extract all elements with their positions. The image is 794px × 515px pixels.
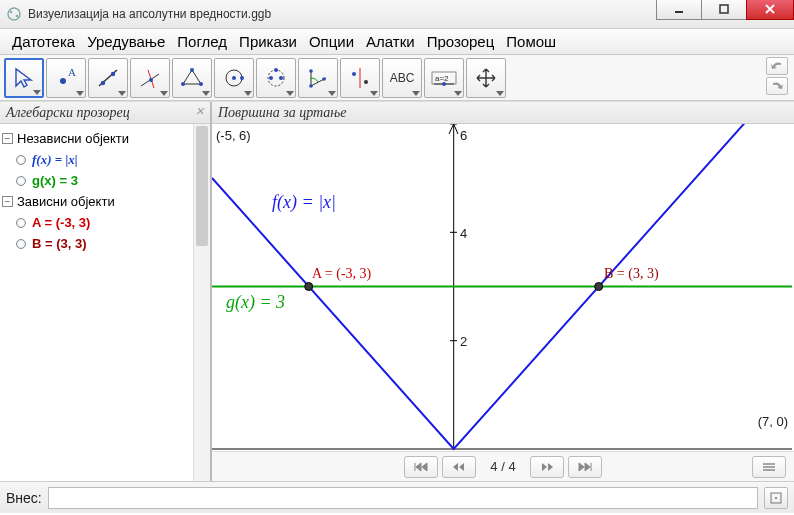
scroll-thumb[interactable] [196, 126, 208, 246]
chevron-down-icon [496, 91, 504, 96]
app-icon [6, 6, 22, 22]
chevron-down-icon [370, 91, 378, 96]
svg-point-27 [352, 72, 356, 76]
step-last-button[interactable] [568, 456, 602, 478]
svg-point-1 [10, 11, 13, 14]
visibility-dot-icon[interactable] [16, 176, 26, 186]
menu-edit[interactable]: Уредување [81, 30, 171, 53]
chevron-down-icon [118, 91, 126, 96]
step-next-button[interactable] [530, 456, 564, 478]
tree-item-b[interactable]: B = (3, 3) [16, 233, 208, 254]
svg-point-22 [274, 68, 278, 72]
svg-point-15 [181, 82, 185, 86]
menu-help[interactable]: Помош [500, 30, 562, 53]
titlebar: Визуелизација на апсолутни вредности.ggb [0, 0, 794, 29]
tree-category-independent[interactable]: − Независни објекти [2, 128, 208, 149]
redo-button[interactable] [766, 77, 788, 95]
f-formula-label: f(x) = |x| [272, 192, 336, 213]
minimize-button[interactable] [656, 0, 702, 20]
chevron-down-icon [244, 91, 252, 96]
tool-move-view[interactable] [466, 58, 506, 98]
y-tick-6: 6 [460, 128, 467, 143]
menu-tools[interactable]: Алатки [360, 30, 421, 53]
algebra-panel: Алгебарски прозорец ✕ − Независни објект… [0, 102, 212, 481]
graphics-view[interactable]: 2 4 6 (-5, 6) (7, 0) f(x) = |x| g(x) = 3… [212, 124, 794, 451]
svg-point-39 [305, 283, 313, 291]
collapse-icon[interactable]: − [2, 196, 13, 207]
svg-point-18 [240, 76, 244, 80]
undo-button[interactable] [766, 57, 788, 75]
plot-svg [212, 124, 792, 452]
svg-point-17 [232, 76, 236, 80]
tree-item-g[interactable]: g(x) = 3 [16, 170, 208, 191]
tool-text[interactable]: ABC [382, 58, 422, 98]
algebra-close-icon[interactable]: ✕ [192, 105, 206, 119]
svg-point-23 [309, 84, 313, 88]
chevron-down-icon [454, 91, 462, 96]
svg-point-0 [8, 8, 20, 20]
scrollbar[interactable] [193, 124, 210, 481]
tool-ellipse[interactable] [256, 58, 296, 98]
close-button[interactable] [746, 0, 794, 20]
input-help-button[interactable] [764, 487, 788, 509]
command-input[interactable] [48, 487, 758, 509]
tool-point[interactable]: A [46, 58, 86, 98]
maximize-button[interactable] [701, 0, 747, 20]
object-label: A = (-3, 3) [32, 212, 90, 233]
chevron-down-icon [76, 91, 84, 96]
object-label: f(x) = |x| [32, 149, 78, 170]
tree-item-f[interactable]: f(x) = |x| [16, 149, 208, 170]
input-label: Внес: [6, 490, 42, 506]
corner-top-left: (-5, 6) [216, 128, 251, 143]
tool-circle[interactable] [214, 58, 254, 98]
chevron-down-icon [160, 91, 168, 96]
chevron-down-icon [412, 91, 420, 96]
svg-rect-3 [675, 11, 683, 13]
svg-point-24 [309, 69, 313, 73]
tool-polygon[interactable] [172, 58, 212, 98]
tool-angle[interactable] [298, 58, 338, 98]
svg-point-32 [442, 82, 446, 86]
visibility-dot-icon[interactable] [16, 239, 26, 249]
graphics-title: Површина за цртање [218, 105, 346, 120]
point-a-label: A = (-3, 3) [312, 266, 371, 282]
category-label: Независни објекти [17, 128, 129, 149]
tool-slider[interactable]: a=2 [424, 58, 464, 98]
step-first-button[interactable] [404, 456, 438, 478]
construction-step-bar: 4 / 4 [212, 451, 794, 481]
svg-point-20 [269, 76, 273, 80]
chevron-down-icon [33, 90, 41, 95]
chevron-down-icon [202, 91, 210, 96]
menu-window[interactable]: Прозорец [421, 30, 501, 53]
svg-text:a=2: a=2 [435, 74, 449, 83]
chevron-down-icon [328, 91, 336, 96]
tree-item-a[interactable]: A = (-3, 3) [16, 212, 208, 233]
algebra-tree: − Независни објекти f(x) = |x| g(x) = 3 … [0, 124, 210, 258]
menu-options[interactable]: Опции [303, 30, 360, 53]
step-prev-button[interactable] [442, 456, 476, 478]
svg-point-40 [595, 283, 603, 291]
tree-category-dependent[interactable]: − Зависни објекти [2, 191, 208, 212]
tool-line[interactable] [88, 58, 128, 98]
svg-point-28 [364, 80, 368, 84]
tool-reflect[interactable] [340, 58, 380, 98]
svg-point-12 [149, 78, 153, 82]
object-label: B = (3, 3) [32, 233, 87, 254]
step-settings-button[interactable] [752, 456, 786, 478]
collapse-icon[interactable]: − [2, 133, 13, 144]
y-tick-2: 2 [460, 334, 467, 349]
visibility-dot-icon[interactable] [16, 218, 26, 228]
tool-move[interactable] [4, 58, 44, 98]
menu-file[interactable]: Датотека [6, 30, 81, 53]
menu-perspectives[interactable]: Прикази [233, 30, 303, 53]
visibility-dot-icon[interactable] [16, 155, 26, 165]
menu-view[interactable]: Поглед [171, 30, 233, 53]
algebra-header: Алгебарски прозорец ✕ [0, 102, 210, 124]
point-b-label: B = (3, 3) [604, 266, 659, 282]
svg-point-13 [190, 68, 194, 72]
graphics-panel: Површина за цртање [212, 102, 794, 481]
menubar: Датотека Уредување Поглед Прикази Опции … [0, 29, 794, 55]
svg-point-21 [279, 76, 283, 80]
svg-point-8 [101, 80, 105, 84]
tool-perpendicular[interactable] [130, 58, 170, 98]
